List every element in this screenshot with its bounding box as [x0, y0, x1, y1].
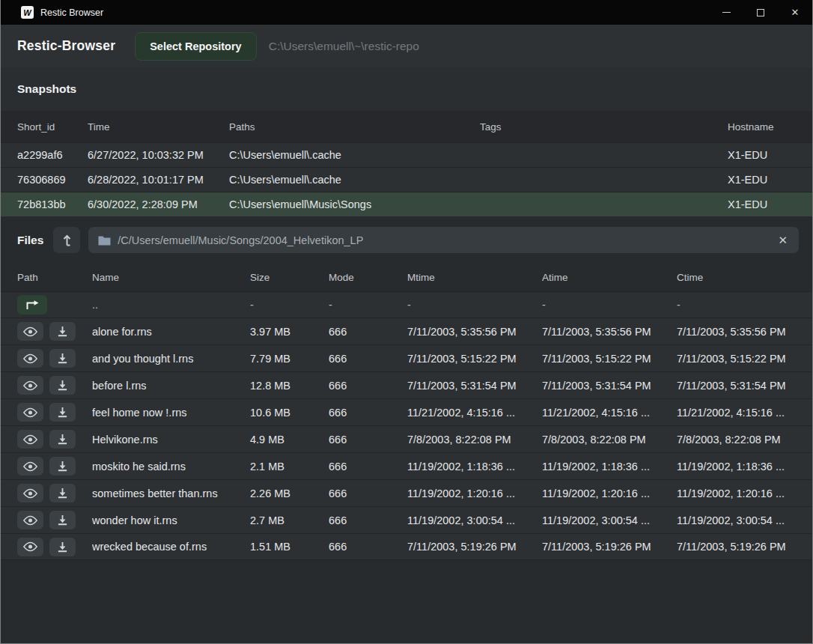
files-title: Files	[17, 234, 43, 247]
file-name: moskito he said.rns	[92, 461, 250, 473]
file-row[interactable]: sometimes better than.rns 2.26 MB 666 11…	[1, 479, 812, 506]
app-header: Restic-Browser Select Repository C:\User…	[1, 25, 812, 67]
download-file-button[interactable]	[49, 457, 76, 476]
download-file-button[interactable]	[49, 322, 76, 341]
file-row[interactable]: Helvikone.rns 4.9 MB 666 7/8/2003, 8:22:…	[1, 425, 812, 452]
preview-file-button[interactable]	[17, 322, 43, 341]
file-mtime: 7/11/2003, 5:35:56 PM	[407, 326, 542, 338]
file-size: 2.1 MB	[250, 461, 329, 473]
file-mtime: 7/11/2003, 5:31:54 PM	[407, 380, 542, 392]
file-row[interactable]: feel home now !.rns 10.6 MB 666 11/21/20…	[1, 398, 812, 425]
file-mode: 666	[329, 514, 407, 526]
file-size: 4.9 MB	[250, 434, 329, 446]
file-mtime: 7/8/2003, 8:22:08 PM	[407, 434, 542, 446]
eye-icon	[23, 326, 37, 337]
download-file-button[interactable]	[49, 349, 76, 368]
eye-icon	[23, 515, 37, 526]
preview-file-button[interactable]	[17, 457, 43, 476]
download-icon	[57, 380, 68, 391]
download-icon	[57, 434, 68, 445]
file-name: ..	[92, 299, 250, 311]
file-ctime: 7/11/2003, 5:19:26 PM	[677, 541, 800, 553]
file-row[interactable]: wonder how it.rns 2.7 MB 666 11/19/2002,…	[1, 506, 812, 533]
maximize-button[interactable]	[743, 0, 778, 25]
eye-icon	[23, 380, 37, 391]
preview-file-button[interactable]	[17, 349, 43, 368]
file-mode: 666	[329, 407, 407, 419]
file-mtime: 11/19/2002, 3:00:54 ...	[407, 514, 542, 526]
column-header-tags: Tags	[480, 121, 728, 133]
download-icon	[57, 353, 68, 364]
repository-path: C:\Users\emuell\~\restic-repo	[269, 40, 419, 53]
eye-icon	[23, 434, 37, 445]
preview-file-button[interactable]	[17, 538, 43, 556]
parent-directory-row[interactable]: .. - - - - -	[1, 291, 812, 318]
snapshot-row[interactable]: a2299af6 6/27/2022, 10:03:32 PM C:\Users…	[1, 142, 812, 167]
clear-path-icon[interactable]: ✕	[776, 234, 789, 247]
preview-file-button[interactable]	[17, 403, 43, 422]
file-mode: 666	[329, 487, 407, 499]
file-ctime: 7/11/2003, 5:15:22 PM	[677, 353, 800, 365]
file-row[interactable]: wrecked because of.rns 1.51 MB 666 7/11/…	[1, 533, 812, 560]
snapshot-paths: C:\Users\emuell\.cache	[229, 174, 480, 186]
snapshot-short-id: a2299af6	[17, 149, 88, 161]
preview-file-button[interactable]	[17, 484, 43, 502]
download-icon	[57, 461, 68, 472]
file-atime: 11/19/2002, 1:18:36 ...	[542, 461, 677, 473]
snapshot-time: 6/27/2022, 10:03:32 PM	[88, 149, 229, 161]
file-row[interactable]: and you thought l.rns 7.79 MB 666 7/11/2…	[1, 344, 812, 371]
close-button[interactable]: ✕	[778, 0, 812, 25]
snapshots-title: Snapshots	[17, 82, 76, 96]
file-name: sometimes better than.rns	[92, 487, 250, 499]
file-name: feel home now !.rns	[92, 407, 250, 419]
file-size: 3.97 MB	[250, 326, 329, 338]
file-ctime: 7/11/2003, 5:35:56 PM	[677, 326, 800, 338]
select-repository-button[interactable]: Select Repository	[135, 32, 257, 61]
snapshot-row-selected[interactable]: 72b813bb 6/30/2022, 2:28:09 PM C:\Users\…	[1, 192, 812, 216]
file-ctime: 11/19/2002, 1:18:36 ...	[677, 461, 800, 473]
up-level-button[interactable]	[53, 227, 80, 253]
download-file-button[interactable]	[49, 511, 76, 529]
file-mtime: 7/11/2003, 5:15:22 PM	[407, 353, 542, 365]
file-ctime: 11/19/2002, 3:00:54 ...	[677, 514, 800, 526]
window-controls: ✕	[709, 0, 812, 25]
file-path-bar[interactable]: /C/Users/emuell/Music/Songs/2004_Helveti…	[88, 227, 799, 253]
column-header-mode: Mode	[329, 272, 407, 283]
file-mode: 666	[329, 326, 407, 338]
file-name: Helvikone.rns	[92, 434, 250, 446]
download-icon	[57, 487, 68, 499]
snapshot-hostname: X1-EDU	[728, 198, 800, 210]
go-parent-button[interactable]	[17, 295, 47, 315]
snapshot-short-id: 76306869	[17, 174, 88, 186]
file-name: before l.rns	[92, 380, 250, 392]
preview-file-button[interactable]	[17, 430, 43, 449]
download-file-button[interactable]	[49, 484, 76, 502]
snapshot-short-id: 72b813bb	[17, 198, 88, 210]
snapshot-row[interactable]: 76306869 6/28/2022, 10:01:17 PM C:\Users…	[1, 167, 812, 192]
file-mtime: 11/19/2002, 1:18:36 ...	[407, 461, 542, 473]
file-row[interactable]: before l.rns 12.8 MB 666 7/11/2003, 5:31…	[1, 371, 812, 398]
file-mode: 666	[329, 380, 407, 392]
preview-file-button[interactable]	[17, 376, 43, 395]
snapshot-paths: C:\Users\emuell\Music\Songs	[229, 198, 480, 210]
column-header-atime: Atime	[542, 272, 677, 283]
download-file-button[interactable]	[49, 403, 76, 422]
file-atime: 7/11/2003, 5:35:56 PM	[542, 326, 677, 338]
file-atime: 7/11/2003, 5:15:22 PM	[542, 353, 677, 365]
minimize-button[interactable]	[709, 0, 743, 25]
file-atime: 7/8/2003, 8:22:08 PM	[542, 434, 677, 446]
file-atime: 7/11/2003, 5:31:54 PM	[542, 380, 677, 392]
file-atime: 11/21/2002, 4:15:16 ...	[542, 407, 677, 419]
download-file-button[interactable]	[49, 538, 76, 556]
file-size: 7.79 MB	[250, 353, 329, 365]
file-row[interactable]: moskito he said.rns 2.1 MB 666 11/19/200…	[1, 452, 812, 479]
eye-icon	[23, 461, 37, 472]
snapshot-time: 6/28/2022, 10:01:17 PM	[88, 174, 229, 186]
file-ctime: 7/11/2003, 5:31:54 PM	[677, 380, 800, 392]
file-row[interactable]: alone for.rns 3.97 MB 666 7/11/2003, 5:3…	[1, 318, 812, 344]
download-file-button[interactable]	[49, 376, 76, 395]
preview-file-button[interactable]	[17, 511, 43, 529]
up-level-icon	[61, 234, 73, 246]
download-file-button[interactable]	[49, 430, 76, 449]
column-header-time: Time	[88, 121, 229, 133]
